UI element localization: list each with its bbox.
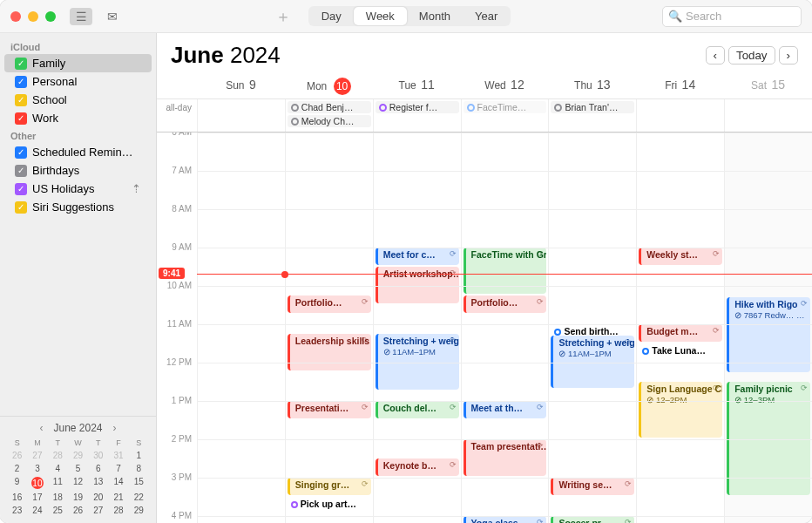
mini-day[interactable]: 25	[48, 505, 68, 516]
day-header[interactable]: Wed 12	[461, 72, 549, 98]
calendar-checkbox[interactable]: ✓	[15, 183, 27, 195]
mini-day[interactable]: 29	[68, 450, 88, 461]
mini-day[interactable]: 18	[48, 492, 68, 503]
mini-day[interactable]: 27	[27, 450, 47, 461]
view-month[interactable]: Month	[407, 7, 463, 25]
event[interactable]: Weekly st…⟳	[639, 248, 722, 265]
add-event-button[interactable]: ＋	[275, 6, 291, 27]
allday-cell[interactable]	[636, 99, 724, 132]
mini-day[interactable]: 8	[129, 463, 149, 474]
event[interactable]: Portfolio…⟳	[464, 295, 547, 313]
day-column[interactable]: Portfolio…⟳Leadership skills work…⟳Prese…	[285, 132, 373, 523]
mini-day[interactable]: 26	[7, 450, 27, 461]
day-header[interactable]: Tue 11	[373, 72, 461, 98]
mini-day[interactable]: 12	[68, 476, 88, 490]
event[interactable]: Portfolio…⟳	[288, 295, 371, 313]
today-button[interactable]: Today	[728, 46, 775, 65]
mini-day[interactable]: 22	[129, 492, 149, 503]
calendar-checkbox[interactable]: ✓	[15, 112, 27, 125]
mini-day[interactable]: 13	[88, 476, 108, 490]
mini-day[interactable]: 10	[27, 476, 47, 490]
calendar-checkbox[interactable]: ✓	[15, 201, 27, 214]
day-column[interactable]: Meet for c…⟳Artist workshop…⟳Stretching …	[373, 132, 461, 523]
day-header[interactable]: Sun 9	[197, 72, 285, 98]
prev-week-button[interactable]: ‹	[706, 46, 725, 65]
allday-cell[interactable]	[724, 99, 812, 132]
close-icon[interactable]	[10, 11, 21, 22]
view-year[interactable]: Year	[463, 7, 510, 25]
event[interactable]: Singing gr…⟳	[288, 478, 371, 495]
sidebar-item-family[interactable]: ✓Family	[4, 54, 152, 72]
mini-day[interactable]: 28	[48, 450, 68, 461]
mini-day[interactable]: 3	[27, 463, 47, 474]
mini-day[interactable]: 15	[129, 476, 149, 490]
event[interactable]: Hike with Rigo⊘ 7867 Redw… ⊘ 10AM–12PM⟳	[727, 297, 810, 372]
mini-day[interactable]: 4	[48, 463, 68, 474]
mini-day[interactable]: 24	[27, 505, 47, 516]
event[interactable]: FaceTime with Gran…⟳	[464, 248, 547, 294]
allday-cell[interactable]	[197, 99, 285, 132]
mini-day[interactable]: 6	[88, 463, 108, 474]
sidebar-item-siri-suggestions[interactable]: ✓Siri Suggestions	[4, 198, 152, 216]
allday-event[interactable]: Brian Tran'…	[551, 101, 634, 113]
day-column[interactable]: FaceTime with Gran…⟳Portfolio…⟳Meet at t…	[461, 132, 549, 523]
day-column[interactable]: Weekly st…⟳Budget m…⟳Take Luna…Sign Lang…	[636, 132, 724, 523]
mini-day[interactable]: 31	[108, 450, 128, 461]
mini-day[interactable]: 17	[27, 492, 47, 503]
day-header[interactable]: Fri 14	[636, 72, 724, 98]
event[interactable]: Meet at th…⟳	[464, 401, 547, 418]
day-column[interactable]: Hike with Rigo⊘ 7867 Redw… ⊘ 10AM–12PM⟳F…	[724, 132, 812, 523]
event[interactable]: Team presentati…⟳	[464, 439, 547, 476]
allday-event[interactable]: Chad Benj…	[288, 101, 371, 113]
event[interactable]: Leadership skills work…⟳	[288, 334, 371, 370]
calendar-checkbox[interactable]: ✓	[15, 58, 27, 70]
mini-day[interactable]: 19	[68, 492, 88, 503]
event[interactable]: Couch del…⟳	[376, 401, 459, 418]
mini-day[interactable]: 21	[108, 492, 128, 503]
mini-day[interactable]: 26	[68, 505, 88, 516]
event[interactable]: Sign Language Club⊘ 12–2PM⟳	[639, 382, 722, 438]
mini-day[interactable]: 29	[129, 505, 149, 516]
mini-calendar[interactable]: ‹ June 2024 › SMTWTFS2627282930311234567…	[0, 416, 156, 523]
event[interactable]: Presentati…⟳	[288, 401, 371, 418]
day-column[interactable]: Send birth…Stretching + weights⊘ 11AM–1P…	[548, 132, 636, 523]
allday-event[interactable]: Melody Ch…	[288, 115, 371, 127]
mini-day[interactable]: 20	[88, 492, 108, 503]
allday-cell[interactable]: FaceTime…	[461, 99, 549, 132]
allday-event[interactable]: FaceTime…	[464, 101, 547, 113]
event[interactable]: Budget m…⟳	[639, 324, 722, 342]
mini-day[interactable]: 1	[129, 450, 149, 461]
event[interactable]: Stretching + weights⊘ 11AM–1PM⟳	[551, 336, 634, 388]
search-input[interactable]: 🔍 Search	[662, 6, 802, 27]
mini-day[interactable]: 7	[108, 463, 128, 474]
event[interactable]: Stretching + weights⊘ 11AM–1PM⟳	[376, 334, 459, 390]
allday-cell[interactable]: Chad Benj…Melody Ch…	[285, 99, 373, 132]
event[interactable]: Keynote b…⟳	[376, 458, 459, 476]
calendar-checkbox[interactable]: ✓	[15, 165, 27, 177]
allday-cell[interactable]: Brian Tran'…	[548, 99, 636, 132]
inbox-icon[interactable]: ✉	[101, 8, 124, 25]
day-column[interactable]	[197, 132, 285, 523]
view-week[interactable]: Week	[354, 7, 407, 25]
event[interactable]: Pick up art…	[288, 497, 371, 514]
mini-day[interactable]: 30	[88, 450, 108, 461]
mini-day[interactable]: 28	[108, 505, 128, 516]
event[interactable]: Writing se…⟳	[551, 478, 634, 495]
sidebar-item-us-holidays[interactable]: ✓US Holidays⇡	[4, 180, 152, 198]
event[interactable]: Yoga class⊘ 501 Stanya… ⊘ 4–5:30PM⟳	[464, 516, 547, 523]
sidebar-item-birthdays[interactable]: ✓Birthdays	[4, 161, 152, 180]
mini-day[interactable]: 27	[88, 505, 108, 516]
allday-event[interactable]: Register f…	[376, 101, 459, 113]
day-header[interactable]: Sat 15	[724, 72, 812, 98]
allday-cell[interactable]: Register f…	[373, 99, 461, 132]
sidebar-item-personal[interactable]: ✓Personal	[4, 72, 152, 91]
event[interactable]: Artist workshop…⟳	[376, 267, 459, 303]
mini-day[interactable]: 16	[7, 492, 27, 503]
mini-day[interactable]: 14	[108, 476, 128, 490]
sidebar-item-work[interactable]: ✓Work	[4, 109, 152, 127]
next-week-button[interactable]: ›	[779, 46, 798, 65]
zoom-icon[interactable]	[45, 11, 56, 22]
calendar-checkbox[interactable]: ✓	[15, 76, 27, 88]
mini-day[interactable]: 23	[7, 505, 27, 516]
minimize-icon[interactable]	[28, 11, 38, 22]
